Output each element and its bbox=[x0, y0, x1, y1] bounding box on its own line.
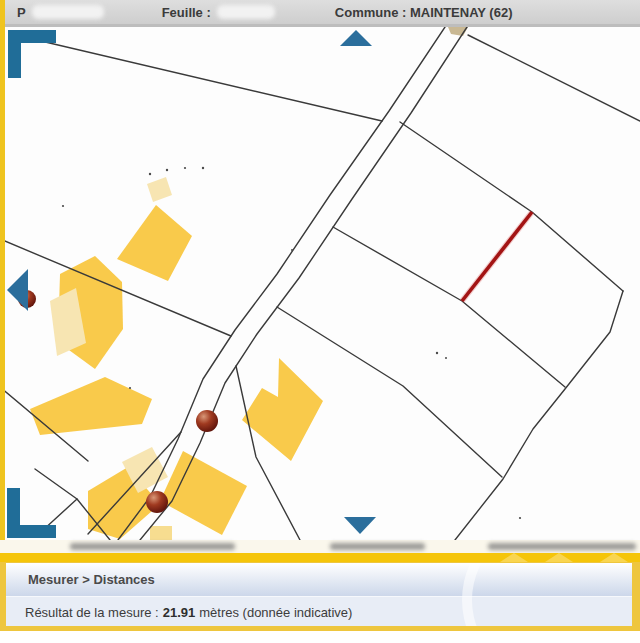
breadcrumb-text: Mesurer > Distances bbox=[28, 572, 155, 587]
cadastre-viewer: P Feuille : Commune : MAINTENAY (62) bbox=[0, 0, 640, 643]
pan-left-arrow-icon[interactable] bbox=[7, 269, 28, 311]
measure-result-row: Résultat de la mesure : 21.91 mètres (do… bbox=[6, 596, 632, 626]
pan-up-arrow-icon[interactable] bbox=[340, 30, 372, 46]
building bbox=[160, 451, 247, 535]
redacted-meta-text bbox=[70, 543, 235, 550]
cadastre-map[interactable] bbox=[0, 27, 640, 540]
panel-gold-band bbox=[0, 553, 640, 562]
building-footprints bbox=[30, 27, 468, 540]
redacted-meta-text bbox=[488, 543, 636, 550]
panel-body: Mesurer > Distances Résultat de la mesur… bbox=[6, 563, 632, 626]
building-top-edge bbox=[448, 27, 468, 36]
measure-point-marker bbox=[196, 410, 218, 432]
feuille-label: Feuille : bbox=[162, 5, 211, 20]
redacted-parcelle-value bbox=[32, 5, 104, 19]
bottom-whitespace bbox=[0, 631, 640, 643]
road-left-edge bbox=[118, 27, 445, 540]
result-value: 21.91 bbox=[163, 605, 196, 620]
map-corner-bracket-icon bbox=[7, 488, 56, 538]
pan-down-arrow-icon[interactable] bbox=[344, 517, 376, 534]
result-prefix: Résultat de la mesure : bbox=[25, 605, 159, 620]
redacted-meta-text bbox=[330, 543, 425, 550]
map-corner-bracket-icon bbox=[8, 30, 56, 78]
measure-point-marker bbox=[146, 491, 168, 513]
measure-breadcrumb: Mesurer > Distances bbox=[6, 563, 632, 596]
measure-panel: Mesurer > Distances Résultat de la mesur… bbox=[0, 553, 640, 631]
redacted-feuille-value bbox=[217, 5, 275, 19]
light-building bbox=[150, 526, 172, 540]
result-suffix: mètres (donnée indicative) bbox=[199, 605, 352, 620]
map-info-bar: P Feuille : Commune : MAINTENAY (62) bbox=[0, 0, 640, 27]
parcelle-label: P bbox=[17, 5, 26, 20]
measure-line bbox=[462, 212, 532, 301]
left-gold-border bbox=[0, 0, 5, 554]
building bbox=[117, 205, 192, 281]
building bbox=[30, 377, 152, 435]
light-building bbox=[147, 177, 172, 202]
map-meta-strip bbox=[0, 540, 640, 553]
commune-label: Commune : MAINTENAY (62) bbox=[335, 5, 513, 20]
